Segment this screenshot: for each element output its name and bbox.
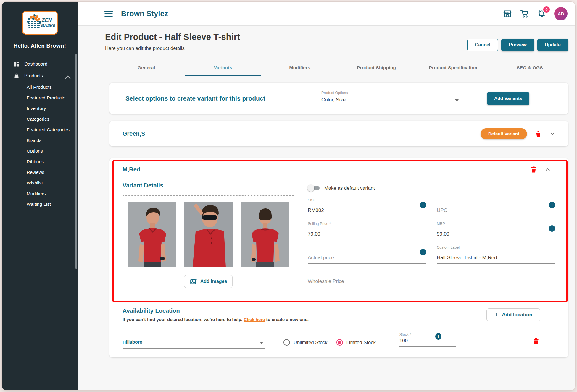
topbar: Brown Stylez: [78, 2, 575, 26]
upc-field[interactable]: UPC i: [437, 197, 555, 216]
delete-variant-icon[interactable]: [535, 130, 542, 137]
variant-name: M,Red: [123, 166, 140, 173]
cart-icon[interactable]: [520, 9, 529, 18]
sidebar-item-featured-categories[interactable]: Featured Categories: [2, 124, 78, 135]
variant-options-card: Select options to create variant for thi…: [109, 83, 568, 114]
topbar-actions: 0 AB: [503, 7, 568, 20]
click-here-link[interactable]: Click here: [244, 317, 265, 322]
add-location-label: Add location: [502, 312, 532, 318]
add-location-button[interactable]: + Add location: [486, 308, 540, 321]
selling-price-field[interactable]: Selling Price * 79.00: [308, 221, 426, 240]
unlimited-stock-radio[interactable]: Unlimited Stock: [283, 339, 328, 346]
wholesale-price-field[interactable]: Wholesale Price: [308, 268, 426, 287]
sidebar-item-waiting-list[interactable]: Waiting List: [2, 199, 78, 210]
svg-text:ZEN: ZEN: [41, 17, 52, 23]
sidebar-item-inventory[interactable]: Inventory: [2, 103, 78, 114]
variant-images-dropzone[interactable]: Add Images: [123, 195, 294, 294]
custom-label-field[interactable]: Custom Label Half Sleeve T-shirt - M,Red: [437, 245, 555, 264]
delete-variant-icon[interactable]: [530, 166, 537, 173]
sidebar-item-options[interactable]: Options: [2, 146, 78, 156]
dropdown-arrow-icon[interactable]: [455, 99, 459, 101]
info-icon[interactable]: i: [549, 202, 555, 208]
product-tabs: General Variants Modifiers Product Shipp…: [108, 60, 568, 76]
delete-location-icon[interactable]: [532, 338, 540, 345]
info-icon[interactable]: i: [549, 225, 555, 232]
add-variants-button[interactable]: Add Variants: [487, 92, 529, 105]
actual-price-field[interactable]: Actual price i: [308, 245, 426, 264]
stock-field[interactable]: Stock * 100 i: [399, 332, 456, 347]
options-card-title: Select options to create variant for thi…: [125, 95, 309, 102]
tab-general[interactable]: General: [108, 60, 185, 76]
sidebar-item-label: Products: [24, 73, 43, 79]
variant-image-front[interactable]: [128, 202, 176, 267]
radio-unchecked-icon[interactable]: [283, 339, 290, 346]
sidebar-item-featured-products[interactable]: Featured Products: [2, 93, 78, 103]
header-actions: Cancel Preview Update: [467, 39, 568, 51]
availability-title: Availability Location: [123, 307, 309, 314]
sidebar-item-all-products[interactable]: All Products: [2, 82, 78, 93]
product-options-value[interactable]: Color, Size: [321, 97, 460, 106]
chevron-up-icon[interactable]: [65, 74, 71, 81]
tab-modifiers[interactable]: Modifiers: [261, 60, 338, 76]
sidebar-item-products[interactable]: Products: [2, 70, 78, 82]
store-title: Brown Stylez: [121, 9, 168, 18]
radio-checked-icon[interactable]: [336, 339, 343, 346]
variant-image-closeup[interactable]: [184, 202, 233, 267]
chevron-up-icon[interactable]: [545, 167, 550, 172]
location-select[interactable]: Hillsboro: [123, 339, 265, 349]
tab-variants[interactable]: Variants: [185, 60, 261, 76]
plus-icon: +: [494, 312, 498, 317]
default-variant-toggle-label: Make as default variant: [324, 185, 375, 191]
cancel-button[interactable]: Cancel: [467, 39, 498, 51]
sidebar-item-wishlist[interactable]: Wishlist: [2, 178, 78, 188]
default-variant-toggle[interactable]: [308, 186, 320, 190]
default-variant-badge[interactable]: Default Variant: [481, 128, 527, 139]
sku-field[interactable]: SKU RM002 i: [308, 197, 426, 216]
sidebar-item-dashboard[interactable]: Dashboard: [2, 58, 78, 70]
sidebar-item-ribbons[interactable]: Ribbons: [2, 156, 78, 167]
product-options-label: Product Options: [321, 91, 460, 95]
storefront-icon[interactable]: [503, 9, 512, 18]
products-bag-icon: [14, 73, 20, 79]
user-avatar[interactable]: AB: [554, 7, 568, 20]
info-icon[interactable]: i: [420, 202, 426, 208]
menu-toggle-icon[interactable]: [104, 9, 113, 18]
info-icon[interactable]: i: [435, 333, 441, 340]
update-button[interactable]: Update: [537, 39, 568, 51]
variant-image-back[interactable]: [241, 202, 289, 267]
location-row: Hillsboro Unlimited Stock Limited Stock …: [123, 332, 555, 349]
user-greeting: Hello, Allen Brown!: [2, 43, 78, 49]
page-title: Edit Product - Half Sleeve T-shirt: [105, 32, 240, 42]
zenbasket-logo[interactable]: ZEN BASKET: [22, 11, 58, 35]
chevron-down-icon[interactable]: [550, 131, 555, 136]
app-window: ZEN BASKET Hello, Allen Brown! Dashboard…: [2, 2, 575, 390]
sidebar-item-modifiers[interactable]: Modifiers: [2, 188, 78, 199]
sidebar-item-label: Dashboard: [24, 61, 47, 67]
preview-button[interactable]: Preview: [501, 39, 534, 51]
sidebar-item-brands[interactable]: Brands: [2, 135, 78, 146]
mrp-field[interactable]: MRP 99.00 i: [437, 221, 555, 240]
limited-stock-radio[interactable]: Limited Stock: [336, 339, 376, 346]
dropdown-arrow-icon[interactable]: [260, 342, 263, 344]
variant-details-title: Variant Details: [123, 182, 294, 195]
sidebar-item-reviews[interactable]: Reviews: [2, 167, 78, 178]
tab-product-specification[interactable]: Product Specification: [415, 60, 491, 76]
page-subtitle: Here you can edit the product details: [105, 46, 240, 51]
variant-name: Green,S: [123, 130, 145, 137]
sidebar-scrollbar[interactable]: [75, 54, 77, 269]
add-images-label: Add Images: [200, 279, 227, 284]
sidebar-divider: [2, 56, 78, 56]
page-header: Edit Product - Half Sleeve T-shirt Here …: [105, 32, 568, 51]
tab-seo-ogs[interactable]: SEO & OGS: [491, 60, 568, 76]
add-images-button[interactable]: Add Images: [184, 275, 233, 288]
sidebar: ZEN BASKET Hello, Allen Brown! Dashboard…: [2, 2, 78, 390]
variant-row-green-s[interactable]: Green,S Default Variant: [109, 121, 568, 146]
page-content: Edit Product - Half Sleeve T-shirt Here …: [78, 26, 575, 390]
info-icon[interactable]: i: [420, 249, 426, 255]
location-value[interactable]: Hillsboro: [123, 339, 265, 349]
tab-product-shipping[interactable]: Product Shipping: [338, 60, 415, 76]
notifications-bell-icon[interactable]: 0: [537, 9, 547, 18]
product-options-select[interactable]: Product Options Color, Size: [321, 91, 460, 106]
sidebar-item-categories[interactable]: Categories: [2, 114, 78, 124]
main-area: Brown Stylez: [78, 2, 575, 390]
